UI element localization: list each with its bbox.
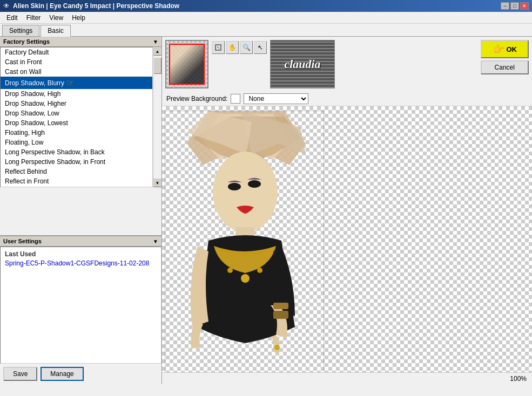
user-list: Last Used Spring-EC5-P-Shadow1-CGSFDesig… <box>0 247 161 364</box>
scroll-up-button[interactable]: ▲ <box>153 47 162 56</box>
list-item[interactable]: Cast on Wall <box>1 67 152 77</box>
tab-basic[interactable]: Basic <box>41 25 70 37</box>
preview-thumbnail[interactable] <box>165 40 208 88</box>
maximize-button[interactable]: □ <box>510 2 519 10</box>
user-settings-header: User Settings ▼ <box>0 236 161 247</box>
preview-bg-label: Preview Background: <box>166 95 227 103</box>
factory-settings-header: Factory Settings ▼ <box>0 37 161 47</box>
svg-point-12 <box>227 268 233 273</box>
right-toolbar: ✋ 🔍 ↖ claudia 👉 OK Cancel <box>162 37 532 106</box>
bottom-buttons: Save Manage <box>0 364 161 384</box>
action-buttons: 👉 OK Cancel <box>481 40 529 74</box>
list-item[interactable]: Long Perspective Shadow, in Front <box>1 157 152 167</box>
fashion-figure-svg <box>165 111 324 372</box>
scroll-thumb[interactable] <box>154 58 161 74</box>
last-used-value[interactable]: Spring-EC5-P-Shadow1-CGSFDesigns-11-02-2… <box>3 259 159 268</box>
window-title: Alien Skin | Eye Candy 5 Impact | Perspe… <box>13 2 179 10</box>
list-item[interactable]: Drop Shadow, Higher <box>1 99 152 108</box>
preview-bg-row: Preview Background: None Black White Cus… <box>162 92 532 106</box>
main-area: Factory Settings ▼ Factory Default Cast … <box>0 37 532 384</box>
left-panel: Factory Settings ▼ Factory Default Cast … <box>0 37 162 384</box>
list-item[interactable]: Reflect Behind <box>1 167 152 176</box>
manage-button[interactable]: Manage <box>41 367 83 381</box>
menu-bar: Edit Filter View Help <box>0 12 532 24</box>
preview-bg-swatch[interactable] <box>231 94 240 104</box>
settings-list: Factory Default Cast in Front Cast on Wa… <box>0 47 153 187</box>
vertical-scrollbar[interactable]: ▲ ▼ <box>153 47 161 187</box>
list-item-selected[interactable]: Drop Shadow, Blurry ☞ <box>1 77 152 89</box>
claudia-thumbnail: claudia <box>270 40 335 88</box>
svg-point-13 <box>257 268 262 273</box>
last-used-label: Last Used <box>3 249 159 259</box>
thumbnail-tools-row: ✋ 🔍 ↖ claudia 👉 OK Cancel <box>162 37 532 92</box>
cancel-button[interactable]: Cancel <box>481 60 529 74</box>
arrow-tool-button[interactable]: ↖ <box>254 41 267 54</box>
section-collapse[interactable]: ▼ <box>153 39 158 45</box>
zoom-in-tool-button[interactable]: 🔍 <box>240 41 253 54</box>
svg-line-1 <box>217 46 219 49</box>
menu-edit[interactable]: Edit <box>2 13 22 23</box>
list-item[interactable]: Drop Shadow, High <box>1 89 152 99</box>
list-item[interactable]: Drop Shadow, Lowest <box>1 118 152 128</box>
list-item[interactable]: Drop Shadow, Low <box>1 108 152 118</box>
menu-help[interactable]: Help <box>68 13 90 23</box>
status-bar: 100% <box>162 372 532 384</box>
canvas-area[interactable] <box>162 106 532 372</box>
preview-image-container <box>165 111 324 372</box>
svg-point-7 <box>213 152 278 233</box>
svg-rect-15 <box>273 303 288 309</box>
menu-view[interactable]: View <box>45 13 68 23</box>
fit-tool-button[interactable] <box>212 41 225 54</box>
selection-arrow-icon: ☞ <box>66 78 74 88</box>
svg-point-11 <box>241 274 250 283</box>
list-item[interactable]: Floating, Low <box>1 138 152 147</box>
menu-filter[interactable]: Filter <box>22 13 45 23</box>
tool-buttons: ✋ 🔍 ↖ <box>212 41 267 54</box>
user-section-collapse[interactable]: ▼ <box>153 238 158 244</box>
ok-hand-icon: 👉 <box>493 43 504 55</box>
list-item[interactable]: Long Perspective Shadow, in Back <box>1 147 152 157</box>
list-item[interactable]: Factory Default <box>1 47 152 57</box>
ok-button[interactable]: 👉 OK <box>481 40 529 58</box>
right-panel: ✋ 🔍 ↖ claudia 👉 OK Cancel <box>162 37 532 384</box>
settings-list-wrapper: Factory Default Cast in Front Cast on Wa… <box>0 47 161 187</box>
svg-point-9 <box>248 180 261 188</box>
list-item[interactable]: Cast in Front <box>1 57 152 67</box>
list-item[interactable]: Floating, High <box>1 128 152 138</box>
save-button[interactable]: Save <box>3 367 37 381</box>
user-settings-section: User Settings ▼ Last Used Spring-EC5-P-S… <box>0 236 161 384</box>
scroll-down-button[interactable]: ▼ <box>153 179 162 187</box>
close-button[interactable]: ✕ <box>520 2 529 10</box>
title-bar: 👁 Alien Skin | Eye Candy 5 Impact | Pers… <box>0 0 532 12</box>
app-icon: 👁 <box>3 2 10 10</box>
tabs-bar: Settings Basic <box>0 24 532 37</box>
minimize-button[interactable]: – <box>501 2 509 10</box>
svg-point-16 <box>274 345 280 350</box>
svg-rect-14 <box>273 311 288 319</box>
factory-settings-section: Factory Settings ▼ Factory Default Cast … <box>0 37 161 236</box>
list-item[interactable]: Reflect in Front <box>1 176 152 186</box>
preview-bg-select[interactable]: None Black White Custom <box>244 93 308 104</box>
zoom-level: 100% <box>510 375 527 383</box>
pan-tool-button[interactable]: ✋ <box>226 41 239 54</box>
list-item[interactable]: Reflect in Front - Faint <box>1 186 152 187</box>
tab-settings[interactable]: Settings <box>2 25 39 36</box>
svg-point-8 <box>228 183 241 190</box>
